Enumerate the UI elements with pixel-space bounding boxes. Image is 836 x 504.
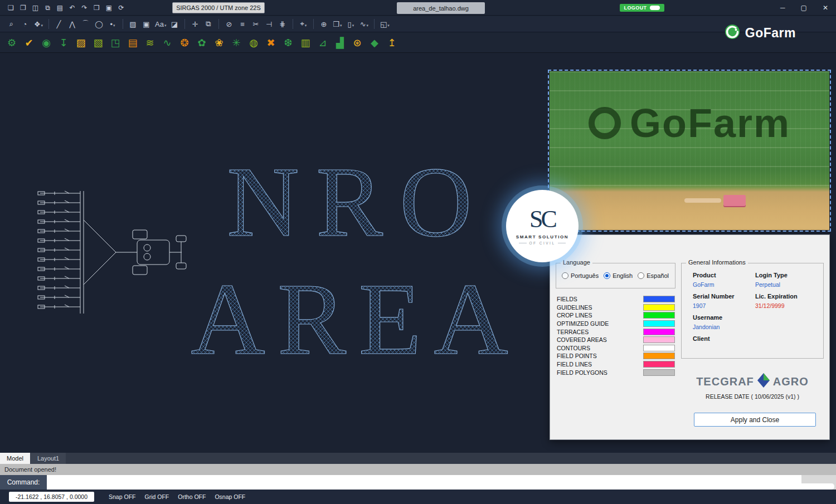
toolbar-divider[interactable] [293, 19, 293, 29]
layer-row[interactable]: FIELDS [557, 295, 675, 304]
gofarm-optimized-icon[interactable]: ❂ [177, 36, 192, 50]
toolbar-divider[interactable] [313, 19, 314, 29]
gofarm-chart-icon[interactable]: ▟ [333, 36, 347, 50]
layer-color-swatch[interactable] [643, 353, 675, 359]
toolbar-divider[interactable] [48, 19, 49, 29]
gofarm-spray-icon[interactable]: ✳ [229, 36, 244, 50]
tab-layout1[interactable]: Layout1 [31, 453, 66, 464]
layer-color-swatch[interactable] [643, 336, 675, 343]
maximize-button[interactable]: ▢ [801, 4, 807, 12]
radio-portugues[interactable]: Português [562, 272, 599, 279]
undo-icon[interactable]: ↶ [67, 2, 77, 13]
layer-row[interactable]: COVERED AREAS [557, 336, 675, 344]
aerial-photo[interactable]: GoFarm [550, 71, 829, 230]
gofarm-plant-icon[interactable]: ❀ [212, 36, 226, 50]
toolbar-divider[interactable] [374, 19, 375, 29]
gofarm-check-icon[interactable]: ✔ [22, 36, 36, 50]
point-tool-icon[interactable]: • [106, 18, 119, 30]
radio-espanol[interactable]: Español [638, 272, 669, 279]
gofarm-pattern-icon[interactable]: ❆ [281, 36, 295, 50]
gofarm-plot-icon[interactable]: ◳ [108, 36, 123, 50]
toolbar-divider[interactable] [184, 19, 185, 29]
layer-color-swatch[interactable] [643, 361, 675, 368]
print-icon[interactable]: ▤ [55, 2, 65, 13]
measure-tool-icon[interactable]: ∿ [358, 18, 370, 30]
status-flag[interactable]: Snap OFF [109, 493, 135, 500]
gofarm-slope-icon[interactable]: ⊿ [315, 36, 330, 50]
apply-and-close-button[interactable]: Apply and Close [694, 413, 816, 427]
document-tab[interactable]: area_de_talhao.dwg [397, 2, 485, 14]
hatch-text-line1[interactable]: NRO [227, 148, 489, 257]
redo-icon[interactable]: ↷ [79, 2, 90, 13]
properties-icon[interactable]: ≡ [236, 18, 249, 30]
gofarm-download-icon[interactable]: ↧ [56, 36, 71, 50]
block-tool-icon[interactable]: ❒ [331, 18, 343, 30]
orbit-icon[interactable]: ◔ [19, 18, 31, 30]
circle-tool-icon[interactable]: ◯ [93, 18, 105, 30]
crs-button[interactable]: SIRGAS 2000 / UTM zone 22S [172, 2, 265, 13]
gofarm-coverage-icon[interactable]: ◍ [246, 36, 261, 50]
zoom-icon[interactable]: ⌕ [6, 18, 18, 30]
layer-row[interactable]: OPTIMIZED GUIDE [557, 320, 675, 328]
gofarm-guideline-icon[interactable]: ▧ [91, 36, 105, 50]
trim-tool-icon[interactable]: ✂ [250, 18, 262, 30]
layer-row[interactable]: GUIDELINES [557, 304, 675, 312]
close-button[interactable]: ✕ [823, 4, 828, 12]
gofarm-lines-icon[interactable]: ▥ [298, 36, 313, 50]
layer-row[interactable]: FIELD LINES [557, 360, 675, 369]
erase-tool-icon[interactable]: ⊘ [223, 18, 235, 30]
gofarm-settings-icon[interactable]: ⚙ [4, 36, 19, 50]
region-tool-icon[interactable]: ▣ [140, 18, 153, 30]
open-file-icon[interactable]: ❐ [18, 2, 28, 13]
snap-settings-icon[interactable]: ⋕ [276, 18, 289, 30]
radio-english[interactable]: English [604, 272, 633, 279]
hatch-text-line2[interactable]: AREA [191, 262, 521, 370]
hatched-text-group[interactable]: NRO AREA [184, 148, 529, 370]
move-tool-icon[interactable]: ✛ [189, 18, 201, 30]
layer-color-swatch[interactable] [643, 320, 675, 327]
toolbar-divider[interactable] [218, 19, 219, 29]
layer-row[interactable]: TERRACES [557, 327, 675, 336]
copy-icon[interactable]: ❒ [91, 2, 102, 13]
command-input[interactable] [47, 475, 801, 490]
gofarm-remove-icon[interactable]: ✖ [264, 36, 278, 50]
horizontal-scrollbar-thumb[interactable] [779, 483, 834, 490]
clipboard-tool-icon[interactable]: ▯ [344, 18, 357, 30]
gofarm-tag-icon[interactable]: ◆ [367, 36, 382, 50]
layer-color-swatch[interactable] [643, 296, 675, 302]
image-tool-icon[interactable]: ◪ [168, 18, 181, 30]
gofarm-crop-icon[interactable]: ✿ [195, 36, 209, 50]
viewport-tool-icon[interactable]: ◱ [378, 18, 391, 30]
hatch-tool-icon[interactable]: ▨ [127, 18, 139, 30]
polyline-tool-icon[interactable]: ⋀ [66, 18, 79, 30]
layer-color-swatch[interactable] [643, 369, 675, 376]
extend-tool-icon[interactable]: ⊣ [263, 18, 275, 30]
gofarm-contour-icon[interactable]: ∿ [160, 36, 174, 50]
gofarm-terrace-icon[interactable]: ≋ [143, 36, 157, 50]
paste-icon[interactable]: ▣ [104, 2, 114, 13]
layer-color-swatch[interactable] [643, 329, 675, 335]
text-tool-icon[interactable]: Aa [154, 18, 167, 30]
line-tool-icon[interactable]: ╱ [53, 18, 65, 30]
copy-tool-icon[interactable]: ⧉ [202, 18, 215, 30]
new-file-icon[interactable]: ❏ [6, 2, 16, 13]
save-icon[interactable]: ◫ [30, 2, 41, 13]
insert-block-icon[interactable]: ⊕ [318, 18, 330, 30]
refresh-icon[interactable]: ⟳ [116, 2, 127, 13]
layer-row[interactable]: FIELD POINTS [557, 352, 675, 360]
status-flag[interactable]: Grid OFF [144, 493, 169, 500]
logout-button[interactable]: LOGOUT [620, 4, 664, 12]
layer-color-swatch[interactable] [643, 304, 675, 311]
gofarm-pin-icon[interactable]: ◉ [39, 36, 54, 50]
save-all-icon[interactable]: ⧉ [42, 2, 53, 13]
layer-color-swatch[interactable] [643, 312, 675, 319]
minimize-button[interactable]: ─ [780, 4, 785, 12]
tab-model[interactable]: Model [0, 453, 30, 464]
toolbar-divider[interactable] [123, 19, 123, 29]
layer-row[interactable]: CONTOURS [557, 344, 675, 353]
arc-tool-icon[interactable]: ⌒ [80, 18, 92, 30]
gofarm-field-hatch-icon[interactable]: ▨ [74, 36, 88, 50]
layer-row[interactable]: FIELD POLYGONS [557, 368, 675, 376]
select-tool-icon[interactable]: ⌖ [297, 18, 309, 30]
status-flag[interactable]: Osnap OFF [215, 493, 245, 500]
